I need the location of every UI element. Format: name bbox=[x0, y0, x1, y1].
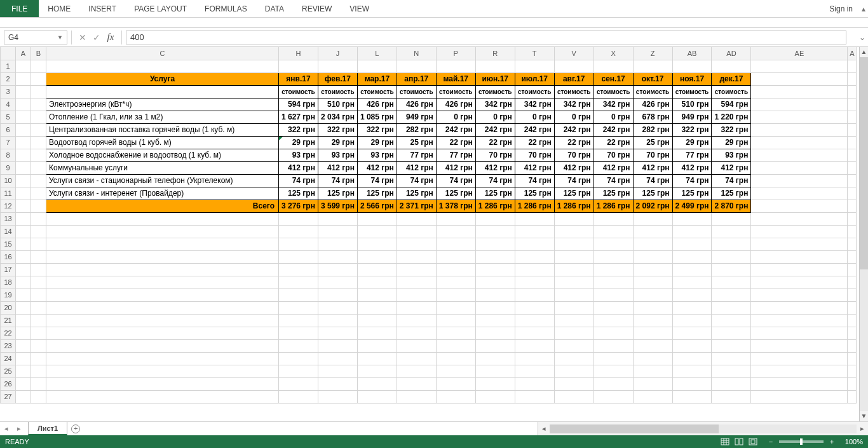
cell[interactable] bbox=[633, 225, 672, 238]
value-cell[interactable]: 74 грн bbox=[633, 174, 672, 187]
cell[interactable] bbox=[554, 365, 593, 377]
ribbon-file-tab[interactable]: FILE bbox=[0, 0, 39, 17]
value-cell[interactable]: 412 грн bbox=[554, 161, 593, 174]
value-cell[interactable]: 29 грн bbox=[279, 136, 318, 149]
cell[interactable] bbox=[16, 365, 31, 377]
cell[interactable] bbox=[397, 250, 436, 263]
cell[interactable] bbox=[436, 250, 475, 263]
cell[interactable] bbox=[848, 365, 857, 377]
value-cell[interactable]: 322 грн bbox=[712, 123, 751, 136]
cancel-formula-icon[interactable]: ✕ bbox=[76, 32, 90, 43]
cell[interactable] bbox=[279, 365, 318, 377]
cell[interactable] bbox=[554, 390, 593, 403]
value-cell[interactable]: 0 грн bbox=[515, 111, 554, 123]
cell[interactable] bbox=[848, 288, 857, 301]
cell[interactable] bbox=[475, 212, 515, 225]
cell[interactable] bbox=[554, 60, 593, 72]
cell[interactable] bbox=[848, 149, 857, 161]
cell[interactable] bbox=[279, 390, 318, 403]
cell[interactable] bbox=[751, 314, 848, 327]
cell[interactable] bbox=[515, 276, 554, 288]
cell[interactable] bbox=[31, 238, 46, 250]
cell[interactable] bbox=[593, 288, 633, 301]
cost-subheader-cell[interactable]: стоимость bbox=[436, 85, 475, 98]
cell[interactable] bbox=[16, 327, 31, 339]
cell[interactable] bbox=[31, 314, 46, 327]
value-cell[interactable]: 70 грн bbox=[633, 149, 672, 161]
cell[interactable] bbox=[318, 365, 357, 377]
cell[interactable] bbox=[515, 238, 554, 250]
cost-subheader-cell[interactable]: стоимость bbox=[633, 85, 672, 98]
cost-subheader-cell[interactable]: стоимость bbox=[397, 85, 436, 98]
cell[interactable] bbox=[633, 301, 672, 314]
value-cell[interactable]: 125 грн bbox=[279, 187, 318, 200]
cell[interactable] bbox=[357, 276, 397, 288]
value-cell[interactable]: 412 грн bbox=[436, 161, 475, 174]
cell[interactable] bbox=[751, 136, 848, 149]
cell[interactable] bbox=[751, 149, 848, 161]
service-label-cell[interactable]: Централизованная поставка горячей воды (… bbox=[46, 123, 279, 136]
month-header-cell[interactable]: авг.17 bbox=[554, 72, 593, 85]
cell[interactable] bbox=[357, 339, 397, 352]
cell[interactable] bbox=[633, 314, 672, 327]
value-cell[interactable]: 949 грн bbox=[672, 111, 712, 123]
cell[interactable] bbox=[593, 250, 633, 263]
row-header[interactable]: 9 bbox=[1, 161, 16, 174]
cell[interactable] bbox=[554, 377, 593, 390]
cell[interactable] bbox=[554, 276, 593, 288]
value-cell[interactable]: 70 грн bbox=[554, 149, 593, 161]
cell[interactable] bbox=[554, 301, 593, 314]
cell[interactable] bbox=[672, 377, 712, 390]
cell[interactable] bbox=[515, 339, 554, 352]
cell[interactable] bbox=[848, 111, 857, 123]
month-header-cell[interactable]: июл.17 bbox=[515, 72, 554, 85]
cell[interactable] bbox=[31, 85, 46, 98]
cell[interactable] bbox=[848, 212, 857, 225]
value-cell[interactable]: 125 грн bbox=[554, 187, 593, 200]
cell[interactable] bbox=[16, 377, 31, 390]
cell[interactable] bbox=[475, 365, 515, 377]
row-header[interactable]: 10 bbox=[1, 174, 16, 187]
cell[interactable] bbox=[16, 136, 31, 149]
cell[interactable] bbox=[848, 72, 857, 85]
cell[interactable] bbox=[357, 212, 397, 225]
cell[interactable] bbox=[672, 288, 712, 301]
scroll-right-icon[interactable]: ▸ bbox=[857, 424, 868, 433]
cell[interactable] bbox=[279, 60, 318, 72]
month-header-cell[interactable]: сен.17 bbox=[593, 72, 633, 85]
cell[interactable] bbox=[318, 327, 357, 339]
cell[interactable] bbox=[554, 238, 593, 250]
cell[interactable] bbox=[848, 200, 857, 212]
cell[interactable] bbox=[475, 377, 515, 390]
cell[interactable] bbox=[475, 60, 515, 72]
cell[interactable] bbox=[848, 187, 857, 200]
cell[interactable] bbox=[593, 238, 633, 250]
value-cell[interactable]: 282 грн bbox=[633, 123, 672, 136]
cell[interactable] bbox=[357, 238, 397, 250]
cell[interactable] bbox=[475, 225, 515, 238]
name-box-dropdown-icon[interactable]: ▼ bbox=[57, 34, 63, 41]
cell[interactable] bbox=[751, 123, 848, 136]
cell[interactable] bbox=[593, 377, 633, 390]
cell[interactable] bbox=[31, 149, 46, 161]
cell[interactable] bbox=[751, 352, 848, 365]
cell[interactable] bbox=[593, 263, 633, 276]
total-value-cell[interactable]: 1 286 грн bbox=[554, 200, 593, 212]
cell[interactable] bbox=[279, 352, 318, 365]
cell[interactable] bbox=[46, 60, 279, 72]
value-cell[interactable]: 125 грн bbox=[436, 187, 475, 200]
value-cell[interactable]: 22 грн bbox=[515, 136, 554, 149]
cell[interactable] bbox=[31, 174, 46, 187]
cell[interactable] bbox=[436, 276, 475, 288]
cell[interactable] bbox=[357, 60, 397, 72]
cell[interactable] bbox=[397, 377, 436, 390]
cell[interactable] bbox=[436, 288, 475, 301]
value-cell[interactable]: 282 грн bbox=[397, 123, 436, 136]
value-cell[interactable]: 412 грн bbox=[712, 161, 751, 174]
cell[interactable] bbox=[848, 352, 857, 365]
cell[interactable] bbox=[554, 263, 593, 276]
cell[interactable] bbox=[751, 85, 848, 98]
value-cell[interactable]: 412 грн bbox=[672, 161, 712, 174]
cell[interactable] bbox=[593, 352, 633, 365]
cell[interactable] bbox=[16, 238, 31, 250]
